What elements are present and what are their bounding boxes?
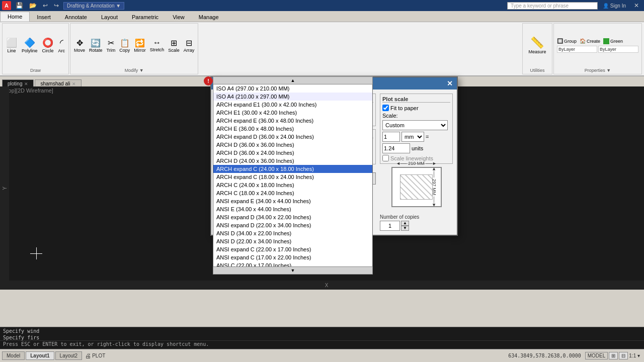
sign-in-btn[interactable]: 👤 Sign In [601, 3, 628, 9]
polyline-btn[interactable]: 🔷Polyline [20, 36, 39, 54]
units-value-input[interactable] [382, 143, 410, 153]
dropdown-item-14[interactable]: ANSI expand E (34.00 x 44.00 Inches) [213, 197, 372, 205]
layout-tab-layout2[interactable]: Layout2 [55, 351, 83, 360]
plot-icon[interactable]: 🖨 [85, 352, 91, 359]
search-box[interactable]: Type a keyword or phrase [507, 2, 598, 10]
dropdown-item-5[interactable]: ARCH E (36.00 x 48.00 Inches) [213, 125, 372, 133]
copies-label: Number of copies [380, 214, 453, 220]
tab-manage[interactable]: Manage [192, 13, 226, 22]
zoom-display: 1:1 ▾ [629, 353, 640, 358]
dropdown-item-1[interactable]: ISO A4 (210.00 x 297.00 MM) [213, 93, 372, 101]
dropdown-item-17[interactable]: ANSI expand D (22.00 x 34.00 Inches) [213, 221, 372, 229]
ribbon-group-modify: ✥Move 🔄Rotate ✂Trim 📋Copy 🔁Mirror ↔Stret… [70, 23, 198, 74]
dropdown-item-8[interactable]: ARCH D (36.00 x 24.00 Inches) [213, 149, 372, 157]
preview-box: ◄── 210 MM ──► ◄── 297 MM ──► [391, 167, 442, 207]
scale-select[interactable]: Custom [382, 120, 448, 130]
trim-btn[interactable]: ✂Trim [105, 37, 117, 54]
dropdown-item-7[interactable]: ARCH D (36.00 x 36.00 Inches) [213, 141, 372, 149]
dropdown-item-2[interactable]: ARCH expand E1 (30.00 x 42.00 Inches) [213, 101, 372, 109]
tab-close-ploting[interactable]: ✕ [24, 81, 28, 86]
dropdown-item-0[interactable]: ISO A4 (297.00 x 210.00 MM) [213, 84, 372, 93]
tab-ploting[interactable]: ploting ✕ [2, 79, 34, 86]
dropdown-item-13[interactable]: ARCH C (18.00 x 24.00 Inches) [213, 189, 372, 197]
tab-close-shamshad[interactable]: ✕ [72, 81, 76, 86]
plot-scale-section: Plot scale Fit to paper Scale: Custom [380, 94, 453, 164]
scale-btn[interactable]: ⊞Scale [167, 37, 181, 54]
top-bar: A 💾 📂 ↩ ↪ Drafting & Annotation ▼ Type a… [0, 0, 644, 11]
line-btn[interactable]: ⬜Line [5, 36, 19, 54]
mirror-btn[interactable]: 🔁Mirror [132, 37, 147, 54]
crosshair [30, 247, 42, 259]
tab-layout[interactable]: Layout [94, 13, 125, 22]
model-indicator: MODEL [585, 352, 608, 359]
ribbon-tab-bar: Home Insert Annotate Layout Parametric V… [0, 11, 644, 22]
dropdown-item-21[interactable]: ANSI expand C (17.00 x 22.00 Inches) [213, 253, 372, 261]
fit-to-paper-checkbox[interactable] [382, 105, 389, 111]
modify-group-label: Modify ▼ [70, 68, 198, 73]
dropdown-item-18[interactable]: ANSI D (34.00 x 22.00 Inches) [213, 229, 372, 237]
arc-btn[interactable]: ◜Arc [57, 36, 67, 54]
tab-annotate[interactable]: Annotate [58, 13, 94, 22]
dropdown-item-19[interactable]: ANSI D (22.00 x 34.00 Inches) [213, 237, 372, 245]
rotate-btn[interactable]: 🔄Rotate [88, 37, 104, 54]
tab-insert[interactable]: Insert [30, 13, 58, 22]
tab-view[interactable]: View [166, 13, 192, 22]
y-label: Y [2, 187, 7, 190]
dropdown-item-11[interactable]: ARCH expand C (18.00 x 24.00 Inches) [213, 173, 372, 181]
dropdown-item-15[interactable]: ANSI E (34.00 x 44.00 Inches) [213, 205, 372, 213]
quick-access-open[interactable]: 📂 [28, 2, 38, 9]
layout-tab-model[interactable]: Model [2, 351, 25, 360]
grid-btn[interactable]: ⊞ [609, 352, 618, 359]
status-bar: Model Layout1 Layout2 🖨 PLOT 634.3849,57… [0, 349, 644, 362]
tab-home[interactable]: Home [0, 12, 30, 22]
dropdown-item-20[interactable]: ANSI expand C (22.00 x 17.00 Inches) [213, 245, 372, 253]
copy-btn[interactable]: 📋Copy [118, 37, 131, 54]
stretch-btn[interactable]: ↔Stretch [148, 37, 166, 53]
quick-access-redo[interactable]: ↪ [52, 2, 60, 9]
quick-access-undo[interactable]: ↩ [41, 2, 49, 9]
scale-label-text: Scale: [382, 113, 398, 119]
app-logo: A [2, 1, 11, 10]
x-label: X [325, 283, 329, 288]
ribbon-group-measure: 📏Measure Utilities [522, 23, 552, 74]
dialog-close-btn[interactable]: ✕ [447, 79, 453, 87]
copies-section: Number of copies ▲ ▼ [380, 214, 453, 231]
scale-lineweights-label: Scale lineweights [390, 155, 433, 161]
array-btn[interactable]: ⊟Array [182, 37, 196, 54]
quick-access-save[interactable]: 💾 [14, 2, 25, 9]
scale-value-input[interactable] [382, 132, 400, 142]
dropdown-item-16[interactable]: ANSI expand D (34.00 x 22.00 Inches) [213, 213, 372, 221]
dropdown-item-3[interactable]: ARCH E1 (30.00 x 42.00 Inches) [213, 109, 372, 117]
snap-btn[interactable]: ⊟ [619, 352, 628, 359]
dropdown-item-4[interactable]: ARCH expand E (36.00 x 48.00 Inches) [213, 117, 372, 125]
move-btn[interactable]: ✥Move [72, 37, 87, 54]
dropdown-item-12[interactable]: ARCH C (24.00 x 18.00 Inches) [213, 181, 372, 189]
tab-shamshad[interactable]: shamshad ali ✕ [35, 79, 82, 86]
layout-tab-layout1[interactable]: Layout1 [26, 351, 54, 360]
scale-lineweights-checkbox[interactable] [382, 155, 389, 161]
cmd-bottom-text: Press ESC or ENTER to exit, or right-cli… [0, 340, 644, 347]
mm-label: ◄── 210 MM ──► [396, 161, 437, 166]
close-btn[interactable]: ✕ [631, 2, 642, 9]
tab-parametric[interactable]: Parametric [125, 13, 166, 22]
dropdown-item-10[interactable]: ARCH expand C (24.00 x 18.00 Inches) [213, 165, 372, 173]
plot-label: PLOT [92, 353, 105, 358]
workspace-selector[interactable]: Drafting & Annotation ▼ [63, 2, 124, 10]
circle-btn[interactable]: ⭕Circle [41, 36, 55, 54]
scale-unit-select[interactable]: mm [401, 132, 424, 142]
copies-input[interactable] [380, 221, 400, 231]
dropdown-scroll-down[interactable]: ▼ [213, 266, 373, 275]
measure-group-label: Utilities [523, 68, 552, 73]
cmd-line-2: Specify firs [0, 335, 644, 340]
copies-down-btn[interactable]: ▼ [401, 226, 409, 231]
dropdown-item-9[interactable]: ARCH D (24.00 x 36.00 Inches) [213, 157, 372, 165]
plot-scale-label: Plot scale [382, 96, 450, 103]
dropdown-scroll-up[interactable]: ▲ [213, 76, 373, 84]
dropdown-item-22[interactable]: ANSI C (22.00 x 17.00 Inches) [213, 261, 372, 266]
command-line-area: Specify wind Specify firs Press ESC or E… [0, 327, 644, 349]
copies-up-btn[interactable]: ▲ [401, 221, 409, 226]
y-axis: Y [0, 86, 9, 290]
measure-btn[interactable]: 📏Measure [527, 35, 547, 55]
preview-inner [400, 174, 433, 200]
dropdown-item-6[interactable]: ARCH expand D (36.00 x 24.00 Inches) [213, 133, 372, 141]
